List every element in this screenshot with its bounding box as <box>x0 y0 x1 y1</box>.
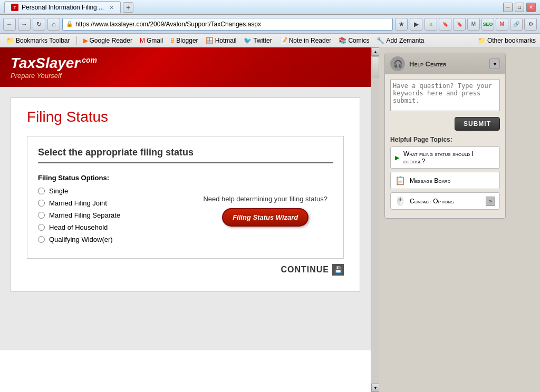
help-topic-filing-status[interactable]: ▶ What filing status should I choose? <box>390 146 500 169</box>
continue-text: CONTINUE <box>281 265 329 275</box>
bookmark-comics[interactable]: 📚 Comics <box>336 36 371 45</box>
taxslayer-tagline: Prepare Yourself <box>11 72 97 80</box>
help-header-left: 🎧 Help Center <box>390 56 446 71</box>
radio-qualifying-widow: Qualifying Widow(er) <box>38 236 177 243</box>
go-button[interactable]: ▶ <box>410 18 422 31</box>
scroll-down-arrow[interactable]: ▼ <box>371 384 380 392</box>
help-panel: 🎧 Help Center ▾ SUBMIT Helpful Page Topi… <box>384 53 506 219</box>
filing-status-title: Filing Status <box>27 109 344 125</box>
help-topic-label-1: Message Board <box>410 177 450 184</box>
help-topic-label-0: What filing status should I choose? <box>403 150 495 165</box>
page-inner: TaxSlayer.com Prepare Yourself Filing St… <box>0 47 371 392</box>
note-icon: 📝 <box>279 37 287 44</box>
address-bar[interactable]: 🔒 https://www.taxslayer.com/2009/Avalon/… <box>62 18 393 31</box>
filing-status-wizard-button[interactable]: Filing Status Wizard <box>222 208 308 227</box>
bookmark-twitter[interactable]: 🐦 Twitter <box>242 36 274 45</box>
bookmarks-bar: 📁 Bookmarks Toolbar ▶ Google Reader M Gm… <box>0 34 540 47</box>
new-tab-button[interactable]: + <box>123 2 133 13</box>
home-button[interactable]: ⌂ <box>47 18 60 31</box>
blogger-icon: B <box>170 37 175 44</box>
radio-label-married-joint[interactable]: Married Filing Joint <box>49 199 107 207</box>
tab-label: Personal Information Filing ... <box>22 4 104 11</box>
main-browser-page: TaxSlayer.com Prepare Yourself Filing St… <box>0 47 379 392</box>
bookmarks-separator <box>76 36 77 45</box>
bookmark-hotmail[interactable]: 🪟 Hotmail <box>204 36 239 45</box>
gmail-icon: M <box>140 37 145 44</box>
radio-label-married-separate[interactable]: Married Filing Separate <box>49 211 120 219</box>
scroll-up-arrow[interactable]: ▲ <box>371 47 380 56</box>
radio-single: Single <box>38 187 177 195</box>
page-content: TaxSlayer.com Prepare Yourself Filing St… <box>0 47 540 392</box>
radio-input-married-joint[interactable] <box>38 200 45 207</box>
options-right: Need help determining your filing status… <box>198 174 333 248</box>
radio-input-head-of-household[interactable] <box>38 224 45 231</box>
window-controls: ─ □ ✕ <box>503 3 536 12</box>
tab-close-button[interactable]: ✕ <box>109 4 114 11</box>
contact-options-icon: 🖱️ <box>395 196 406 206</box>
bookmark-note-in-reader[interactable]: 📝 Note in Reader <box>277 36 334 45</box>
help-collapse-button[interactable]: ▾ <box>489 58 500 69</box>
reload-button[interactable]: ↻ <box>33 18 45 31</box>
help-topic-message-board[interactable]: 📋 Message Board <box>390 172 500 189</box>
amazon-button[interactable]: a <box>425 18 437 31</box>
twitter-icon: 🐦 <box>244 37 252 44</box>
options-left: Filing Status Options: Single Married Fi… <box>38 174 177 248</box>
ssl-lock-icon: 🔒 <box>66 21 73 27</box>
help-center-title: Help Center <box>409 60 446 68</box>
bookmark-add-zemanta[interactable]: 🔧 Add Zemanta <box>374 36 426 45</box>
taxslayer-header: TaxSlayer.com Prepare Yourself <box>0 47 371 87</box>
continue-save-icon[interactable]: 💾 <box>332 264 344 276</box>
browser-tab[interactable]: T Personal Information Filing ... ✕ <box>4 1 121 13</box>
address-text: https://www.taxslayer.com/2009/Avalon/Su… <box>75 21 261 28</box>
browser-navbar: ← → ↻ ⌂ 🔒 https://www.taxslayer.com/2009… <box>0 15 540 34</box>
close-button[interactable]: ✕ <box>526 3 536 12</box>
help-sidebar: 🎧 Help Center ▾ SUBMIT Helpful Page Topi… <box>379 47 511 392</box>
wizard-help-text: Need help determining your filing status… <box>203 195 327 203</box>
radio-married-separate: Married Filing Separate <box>38 211 177 219</box>
topic-expand-icon[interactable]: » <box>486 197 495 206</box>
options-layout: Filing Status Options: Single Married Fi… <box>38 174 333 248</box>
maximize-button[interactable]: □ <box>515 3 524 12</box>
scroll-thumb[interactable] <box>372 56 379 77</box>
zemanta-icon: 🔧 <box>377 37 384 44</box>
radio-input-qualifying-widow[interactable] <box>38 236 45 243</box>
bookmark-gmail[interactable]: M Gmail <box>138 36 165 45</box>
taxslayer-logo: TaxSlayer.com <box>11 55 97 72</box>
mail-btn2[interactable]: M <box>496 18 508 31</box>
radio-label-qualifying-widow[interactable]: Qualifying Widow(er) <box>49 236 113 243</box>
radio-label-head-of-household[interactable]: Head of Household <box>49 223 108 231</box>
help-search-input[interactable] <box>390 80 500 111</box>
folder-icon: 📁 <box>6 37 14 44</box>
minimize-button[interactable]: ─ <box>503 3 513 12</box>
help-submit-button[interactable]: SUBMIT <box>455 117 500 131</box>
help-topic-contact-options[interactable]: 🖱️ Contact Options » <box>390 192 500 210</box>
radio-input-married-separate[interactable] <box>38 212 45 219</box>
search-star-button[interactable]: ★ <box>395 18 408 31</box>
mail-btn[interactable]: M <box>467 18 480 31</box>
bookmark-btn2[interactable]: 🔖 <box>453 18 466 31</box>
forward-button[interactable]: → <box>18 18 31 31</box>
headset-icon: 🎧 <box>390 56 405 71</box>
reader-icon: ▶ <box>83 37 88 44</box>
bookmark-blogger[interactable]: B Blogger <box>168 36 200 45</box>
comics-icon: 📚 <box>339 37 346 44</box>
bookmark-bookmarks-toolbar[interactable]: 📁 Bookmarks Toolbar <box>4 36 72 45</box>
vertical-scrollbar[interactable]: ▲ ▼ <box>371 47 379 392</box>
topic-arrow-icon: ▶ <box>395 154 399 161</box>
bookmark-google-reader[interactable]: ▶ Google Reader <box>81 36 134 45</box>
radio-married-joint: Married Filing Joint <box>38 199 177 207</box>
filing-status-container: Filing Status Select the appropriate fil… <box>11 97 360 292</box>
scroll-track[interactable] <box>371 56 379 384</box>
tool-btn[interactable]: 🔗 <box>510 18 523 31</box>
other-bookmarks[interactable]: 📁 Other bookmarks <box>478 37 536 44</box>
settings-btn[interactable]: ⚙ <box>524 18 537 31</box>
header-decoration <box>213 47 371 87</box>
bookmark-btn1[interactable]: 🔖 <box>439 18 451 31</box>
back-button[interactable]: ← <box>3 18 16 31</box>
radio-input-single[interactable] <box>38 188 45 194</box>
seo-btn[interactable]: SEO <box>481 18 494 31</box>
radio-label-single[interactable]: Single <box>49 187 68 195</box>
message-board-icon: 📋 <box>395 175 406 185</box>
help-topic-label-2: Contact Options <box>410 198 454 205</box>
tab-favicon: T <box>11 4 18 11</box>
